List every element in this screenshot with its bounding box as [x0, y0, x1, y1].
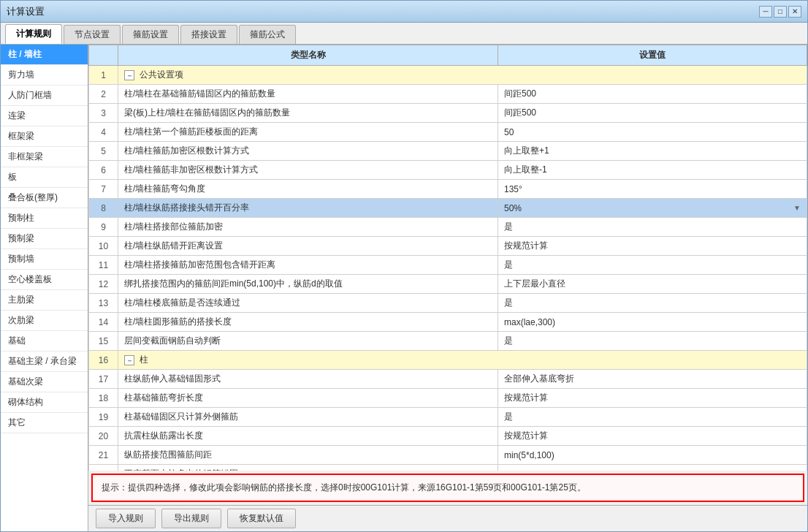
table-row[interactable]: 13 柱/墙柱楼底箍筋是否连续通过 是	[89, 294, 807, 313]
row-value: 全部伸入基底弯折	[498, 370, 807, 389]
table-row[interactable]: 8 柱/墙柱纵筋搭接接头错开百分率 50% ▼	[89, 199, 807, 218]
sidebar: 柱 / 墙柱 剪力墙 人防门框墙 连梁 框架梁 非框架梁 板 叠合板(整厚) 预…	[1, 45, 88, 531]
table-row[interactable]: 14 柱/墙柱圆形箍筋的搭接长度 max(lae,300)	[89, 313, 807, 332]
sidebar-item-foundation[interactable]: 基础	[1, 331, 88, 352]
sidebar-item-masonry[interactable]: 砌体结构	[1, 392, 88, 413]
tab-bar: 计算规则 节点设置 箍筋设置 搭接设置 箍筋公式	[1, 23, 807, 45]
table-row[interactable]: 12 绑扎搭接范围内的箍筋间距min(5d,100)中，纵筋d的取值 上下层最小…	[89, 275, 807, 294]
table-container[interactable]: 类型名称 设置值 1 － 公共设置项 2 柱/墙柱在基础箍筋锚固区内的箍筋数量 …	[88, 45, 807, 471]
table-row[interactable]: 18 柱基础箍筋弯折长度 按规范计算	[89, 389, 807, 408]
row-value: 间距500	[498, 85, 807, 104]
table-row[interactable]: 2 柱/墙柱在基础箍筋锚固区内的箍筋数量 间距500	[89, 85, 807, 104]
sidebar-item-foundation-main-beam[interactable]: 基础主梁 / 承台梁	[1, 352, 88, 372]
sidebar-item-precast-beam[interactable]: 预制梁	[1, 229, 88, 249]
table-row[interactable]: 4 柱/墙柱第一个箍筋距楼板面的距离 50	[89, 123, 807, 142]
maximize-button[interactable]: □	[774, 6, 787, 18]
row-value: 按规范计算	[498, 237, 807, 256]
settings-table: 类型名称 设置值 1 － 公共设置项 2 柱/墙柱在基础箍筋锚固区内的箍筋数量 …	[88, 45, 807, 471]
row-num: 2	[89, 85, 118, 104]
row-name: 纵筋搭接范围箍筋间距	[118, 446, 498, 465]
expand-icon[interactable]: －	[124, 355, 134, 365]
row-value: 1.2*Lae	[498, 465, 807, 471]
col-value-header: 设置值	[498, 45, 807, 66]
tab-node-settings[interactable]: 节点设置	[64, 25, 121, 44]
row-num: 19	[89, 408, 118, 427]
sidebar-item-secondary-rib-beam[interactable]: 次肋梁	[1, 311, 88, 331]
title-bar: 计算设置 ─ □ ✕	[1, 1, 807, 23]
table-row[interactable]: 11 柱/墙柱搭接箍筋加密范围包含错开距离 是	[89, 256, 807, 275]
tab-stirrup-settings[interactable]: 箍筋设置	[122, 25, 179, 44]
table-row[interactable]: 17 柱纵筋伸入基础锚固形式 全部伸入基底弯折	[89, 370, 807, 389]
row-num: 21	[89, 446, 118, 465]
row-name: 柱/墙柱在基础箍筋锚固区内的箍筋数量	[118, 85, 498, 104]
tab-lap-settings[interactable]: 搭接设置	[180, 25, 237, 44]
tab-calc-rules[interactable]: 计算规则	[5, 24, 62, 44]
sidebar-item-non-frame-beam[interactable]: 非框架梁	[1, 147, 88, 167]
dropdown-arrow-icon[interactable]: ▼	[793, 204, 801, 212]
sidebar-item-other[interactable]: 其它	[1, 413, 88, 433]
sidebar-item-main-rib-beam[interactable]: 主肋梁	[1, 290, 88, 311]
table-row[interactable]: 10 柱/墙柱纵筋错开距离设置 按规范计算	[89, 237, 807, 256]
row-num: 5	[89, 142, 118, 161]
expand-icon[interactable]: －	[124, 70, 134, 80]
row-name: 梁(板)上柱/墙柱在箍筋锚固区内的箍筋数量	[118, 104, 498, 123]
sidebar-item-column-wall[interactable]: 柱 / 墙柱	[1, 45, 88, 65]
table-row[interactable]: 22 不变截面上柱多出的钢筋锚固 1.2*Lae	[89, 465, 807, 471]
export-rules-button[interactable]: 导出规则	[161, 509, 221, 528]
tab-stirrup-formula[interactable]: 箍筋公式	[239, 25, 296, 44]
sidebar-item-shear-wall[interactable]: 剪力墙	[1, 65, 88, 86]
row-value: max(lae,300)	[498, 313, 807, 332]
row-num: 16	[89, 351, 118, 370]
row-value: 135°	[498, 180, 807, 199]
table-row[interactable]: 5 柱/墙柱箍筋加密区根数计算方式 向上取整+1	[89, 142, 807, 161]
table-row[interactable]: 3 梁(板)上柱/墙柱在箍筋锚固区内的箍筋数量 间距500	[89, 104, 807, 123]
row-name: 柱/墙柱搭接箍筋加密范围包含错开距离	[118, 256, 498, 275]
table-row[interactable]: 7 柱/墙柱箍筋弯勾角度 135°	[89, 180, 807, 199]
row-name: 柱/墙柱搭接部位箍筋加密	[118, 218, 498, 237]
row-value: 是	[498, 294, 807, 313]
sidebar-item-hollow-floor[interactable]: 空心楼盖板	[1, 270, 88, 290]
restore-defaults-button[interactable]: 恢复默认值	[227, 509, 296, 528]
sidebar-item-foundation-secondary-beam[interactable]: 基础次梁	[1, 372, 88, 392]
window-title: 计算设置	[7, 5, 45, 18]
row-name: 柱/墙柱楼底箍筋是否连续通过	[118, 294, 498, 313]
group-name: － 柱	[118, 351, 807, 370]
sidebar-item-slab[interactable]: 板	[1, 167, 88, 188]
bottom-bar: 导入规则 导出规则 恢复默认值	[88, 505, 807, 531]
table-row[interactable]: 20 抗震柱纵筋露出长度 按规范计算	[89, 427, 807, 446]
sidebar-item-coupling-beam[interactable]: 连梁	[1, 106, 88, 126]
row-num: 15	[89, 332, 118, 351]
row-value: 间距500	[498, 104, 807, 123]
table-row[interactable]: 6 柱/墙柱箍筋非加密区根数计算方式 向上取整-1	[89, 161, 807, 180]
row-num: 8	[89, 199, 118, 218]
hint-text: 提示：提供四种选择，修改此项会影响钢筋的搭接长度，选择0时按00G101计算，来…	[102, 482, 586, 493]
row-name: 不变截面上柱多出的钢筋锚固	[118, 465, 498, 471]
sidebar-item-precast-wall[interactable]: 预制墙	[1, 249, 88, 270]
sidebar-item-composite-slab[interactable]: 叠合板(整厚)	[1, 188, 88, 208]
sidebar-item-civil-air-defense[interactable]: 人防门框墙	[1, 86, 88, 106]
import-rules-button[interactable]: 导入规则	[96, 509, 156, 528]
close-button[interactable]: ✕	[788, 6, 801, 18]
main-area: 类型名称 设置值 1 － 公共设置项 2 柱/墙柱在基础箍筋锚固区内的箍筋数量 …	[88, 45, 807, 531]
hint-box: 提示：提供四种选择，修改此项会影响钢筋的搭接长度，选择0时按00G101计算，来…	[91, 474, 804, 502]
row-value[interactable]: 50% ▼	[498, 199, 807, 218]
table-row[interactable]: 21 纵筋搭接范围箍筋间距 min(5*d,100)	[89, 446, 807, 465]
row-value: 上下层最小直径	[498, 275, 807, 294]
row-value: 按规范计算	[498, 427, 807, 446]
row-num: 3	[89, 104, 118, 123]
minimize-button[interactable]: ─	[759, 6, 772, 18]
table-row[interactable]: 15 层间变截面钢筋自动判断 是	[89, 332, 807, 351]
sidebar-item-precast-column[interactable]: 预制柱	[1, 208, 88, 229]
sidebar-item-frame-beam[interactable]: 框架梁	[1, 126, 88, 147]
row-num: 20	[89, 427, 118, 446]
row-name: 层间变截面钢筋自动判断	[118, 332, 498, 351]
row-name: 柱/墙柱纵筋错开距离设置	[118, 237, 498, 256]
row-num: 10	[89, 237, 118, 256]
row-num: 12	[89, 275, 118, 294]
table-row[interactable]: 19 柱基础锚固区只计算外侧箍筋 是	[89, 408, 807, 427]
row-num: 9	[89, 218, 118, 237]
table-row[interactable]: 1 － 公共设置项	[89, 66, 807, 85]
table-row[interactable]: 16 － 柱	[89, 351, 807, 370]
table-row[interactable]: 9 柱/墙柱搭接部位箍筋加密 是	[89, 218, 807, 237]
row-name: 绑扎搭接范围内的箍筋间距min(5d,100)中，纵筋d的取值	[118, 275, 498, 294]
